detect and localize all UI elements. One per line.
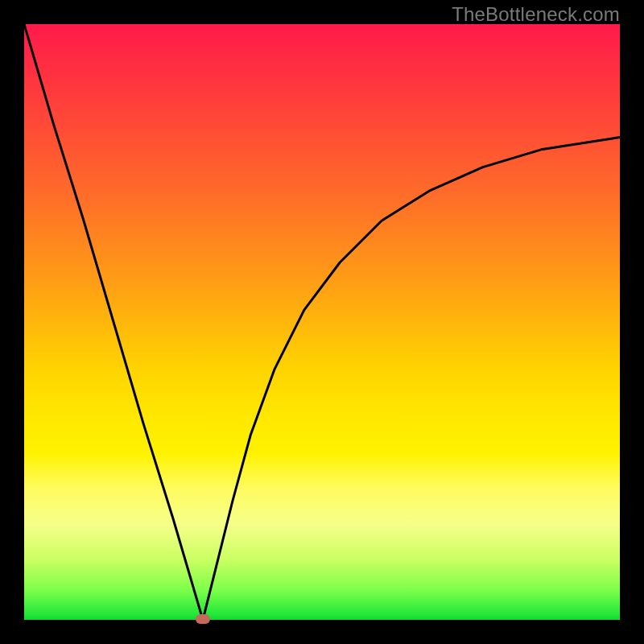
watermark-text: TheBottleneck.com [452,3,620,26]
optimal-marker [196,614,210,624]
curve-layer [24,24,620,620]
v-curve [24,24,620,620]
plot-area [24,24,620,620]
chart-frame: TheBottleneck.com [0,0,644,644]
